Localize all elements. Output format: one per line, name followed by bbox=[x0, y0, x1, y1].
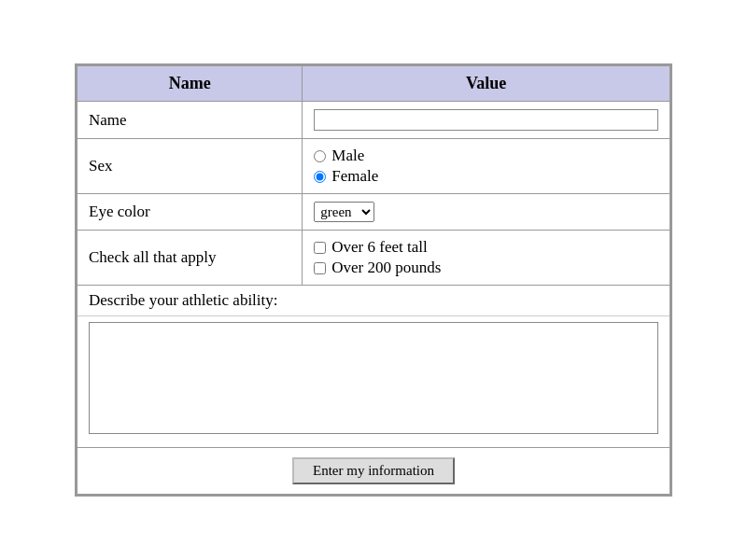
sex-radio-male[interactable] bbox=[314, 150, 326, 162]
name-label: Name bbox=[78, 102, 303, 139]
sex-value-cell: Male Female bbox=[303, 139, 670, 194]
table-row: Describe your athletic ability: bbox=[78, 286, 670, 448]
check-pounds-label[interactable]: Over 200 pounds bbox=[314, 259, 658, 277]
sex-radio-male-text: Male bbox=[331, 147, 364, 165]
col-header-value: Value bbox=[303, 66, 670, 102]
eye-color-select[interactable]: green blue brown hazel bbox=[314, 202, 374, 222]
check-apply-group: Over 6 feet tall Over 200 pounds bbox=[314, 238, 658, 277]
form-container: Name Value Name Sex Male bbox=[75, 63, 672, 497]
table-row: Sex Male Female bbox=[78, 139, 670, 194]
sex-radio-female-text: Female bbox=[331, 167, 378, 186]
check-tall-text: Over 6 feet tall bbox=[331, 238, 427, 257]
textarea-wrapper bbox=[78, 316, 669, 447]
sex-radio-male-label[interactable]: Male bbox=[314, 147, 658, 165]
submit-button[interactable]: Enter my information bbox=[292, 457, 455, 484]
check-pounds-text: Over 200 pounds bbox=[331, 259, 441, 277]
check-tall-label[interactable]: Over 6 feet tall bbox=[314, 238, 658, 257]
col-header-name: Name bbox=[78, 66, 303, 102]
sex-radio-group: Male Female bbox=[314, 147, 658, 186]
check-pounds[interactable] bbox=[314, 262, 326, 274]
eye-color-label: Eye color bbox=[78, 194, 303, 231]
name-value-cell bbox=[303, 102, 670, 139]
check-tall[interactable] bbox=[314, 242, 326, 254]
sex-radio-female[interactable] bbox=[314, 171, 326, 183]
table-row: Check all that apply Over 6 feet tall Ov… bbox=[78, 231, 670, 286]
athletic-ability-textarea[interactable] bbox=[89, 322, 658, 434]
textarea-cell: Describe your athletic ability: bbox=[78, 286, 670, 448]
name-input[interactable] bbox=[314, 109, 658, 131]
textarea-label: Describe your athletic ability: bbox=[78, 286, 669, 316]
button-cell: Enter my information bbox=[78, 448, 670, 495]
table-row: Enter my information bbox=[78, 448, 670, 495]
sex-radio-female-label[interactable]: Female bbox=[314, 167, 658, 186]
table-row: Name bbox=[78, 102, 670, 139]
eye-color-value-cell: green blue brown hazel bbox=[303, 194, 670, 231]
table-row: Eye color green blue brown hazel bbox=[78, 194, 670, 231]
form-table: Name Value Name Sex Male bbox=[77, 65, 670, 495]
check-apply-label: Check all that apply bbox=[78, 231, 303, 286]
check-apply-value-cell: Over 6 feet tall Over 200 pounds bbox=[303, 231, 670, 286]
sex-label: Sex bbox=[78, 139, 303, 194]
